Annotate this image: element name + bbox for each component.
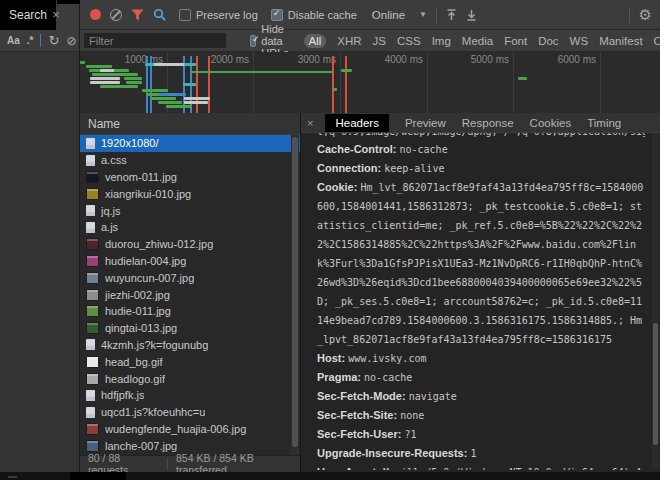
details-tabbar: × HeadersPreviewResponseCookiesTiming — [301, 113, 660, 133]
name-column-header[interactable]: Name — [80, 113, 300, 135]
hide-data-urls-checkbox[interactable] — [250, 35, 256, 47]
bottom-strip — [0, 472, 660, 480]
details-scrollbar[interactable] — [652, 133, 659, 470]
request-row[interactable]: 4kzmh.js?k=fogunubg — [80, 337, 300, 354]
toolbar-divider — [40, 34, 41, 47]
filter-pill-ws[interactable]: WS — [570, 34, 589, 48]
tab-preview[interactable]: Preview — [405, 117, 446, 129]
image-thumbnail-icon — [86, 272, 99, 284]
filter-pill-css[interactable]: CSS — [397, 34, 421, 48]
image-thumbnail-icon — [86, 305, 99, 317]
request-row[interactable]: hudie-011.jpg — [80, 303, 300, 320]
taskbar-item — [70, 472, 126, 480]
filter-pill-media[interactable]: Media — [462, 34, 493, 48]
toolbar-divider — [629, 7, 630, 23]
tab-headers[interactable]: Headers — [325, 114, 388, 132]
overview-tick-label: 6000 ms — [542, 54, 596, 65]
request-row[interactable]: hudielan-004.jpg — [80, 253, 300, 270]
clear-requests-icon[interactable] — [110, 9, 122, 21]
request-row[interactable]: hdfjpfk.js — [80, 387, 300, 404]
header-value: keep-alive — [384, 163, 444, 174]
request-row[interactable]: xiangrikui-010.jpg — [80, 185, 300, 202]
request-row[interactable]: wudengfende_huajia-006.jpg — [80, 421, 300, 438]
request-name: uqcd1.js?kfoeuhhc=u — [101, 406, 205, 418]
filter-pill-other[interactable]: Other — [654, 34, 660, 48]
record-button[interactable] — [90, 9, 101, 20]
network-status-bar: 80 / 88 requests 854 KB / 854 KB transfe… — [80, 455, 300, 472]
request-row[interactable]: headlogo.gif — [80, 370, 300, 387]
network-toolbar: Preserve log Disable cache Online ▼ ⚙ — [80, 0, 660, 30]
filter-pill-js[interactable]: JS — [373, 34, 386, 48]
throttling-value: Online — [372, 9, 405, 21]
preserve-log-checkbox[interactable] — [179, 9, 191, 21]
clear-search-icon[interactable]: ⊘ — [66, 34, 76, 48]
request-name: headlogo.gif — [105, 373, 165, 385]
filter-pill-doc[interactable]: Doc — [538, 34, 558, 48]
filter-pill-xhr[interactable]: XHR — [337, 34, 361, 48]
requests-scrollbar[interactable] — [291, 135, 299, 455]
refresh-icon[interactable]: ↻ — [48, 34, 59, 47]
header-name: Sec-Fetch-Mode: — [317, 390, 409, 402]
request-name: jiezhi-002.jpg — [105, 289, 170, 301]
overview-gridline — [513, 52, 514, 113]
search-drawer: Search × Aa .* ↻ ⊘ — [0, 0, 80, 472]
header-line: Cache-Control: no-cache — [317, 139, 645, 158]
tab-timing[interactable]: Timing — [587, 117, 621, 129]
document-icon — [86, 339, 95, 350]
request-row[interactable]: head_bg.gif — [80, 353, 300, 370]
header-line: Host: www.ivsky.com — [317, 348, 645, 367]
image-thumbnail-icon — [86, 373, 99, 385]
request-row[interactable]: a.css — [80, 152, 300, 169]
overview[interactable]: 1000 ms2000 ms3000 ms4000 ms5000 ms6000 … — [80, 52, 660, 114]
request-row[interactable]: duorou_zhiwu-012.jpg — [80, 236, 300, 253]
export-har-icon[interactable] — [466, 9, 477, 21]
gear-icon[interactable]: ⚙ — [639, 7, 652, 22]
regex-button[interactable]: .* — [27, 35, 34, 46]
request-row[interactable]: wuyuncun-007.jpg — [80, 269, 300, 286]
preserve-log-toggle[interactable]: Preserve log — [179, 9, 258, 21]
disable-cache-checkbox[interactable] — [271, 9, 283, 21]
image-thumbnail-icon — [86, 322, 99, 334]
header-name: Sec-Fetch-User: — [317, 428, 404, 440]
close-details-icon[interactable]: × — [307, 117, 313, 129]
overview-request-bar — [518, 77, 527, 80]
request-row[interactable]: 1920x1080/ — [80, 135, 300, 152]
search-icon[interactable] — [153, 8, 166, 21]
overview-tick-label: 4000 ms — [369, 54, 423, 65]
import-har-icon[interactable] — [446, 9, 457, 21]
tab-response[interactable]: Response — [462, 117, 514, 129]
request-row[interactable]: qingtai-013.jpg — [80, 320, 300, 337]
filter-pill-all[interactable]: All — [304, 34, 327, 48]
filter-icon[interactable] — [131, 9, 144, 21]
header-value: no-cache — [364, 372, 412, 383]
document-icon — [86, 205, 95, 216]
request-name: wudengfende_huajia-006.jpg — [105, 423, 246, 435]
document-icon — [86, 390, 95, 401]
filter-pill-img[interactable]: Img — [432, 34, 451, 48]
request-row[interactable]: venom-011.jpg — [80, 169, 300, 186]
scrollbar-thumb[interactable] — [653, 323, 658, 445]
disable-cache-toggle[interactable]: Disable cache — [271, 9, 357, 21]
request-row[interactable]: jq.js — [80, 202, 300, 219]
scrollbar-thumb[interactable] — [292, 137, 298, 447]
throttling-dropdown[interactable]: Online ▼ — [372, 9, 427, 21]
filter-pill-manifest[interactable]: Manifest — [599, 34, 642, 48]
header-name: Cookie: — [317, 181, 360, 193]
overview-request-bar — [92, 73, 138, 76]
filter-input[interactable] — [84, 33, 226, 48]
close-icon[interactable]: × — [48, 7, 64, 23]
tab-cookies[interactable]: Cookies — [530, 117, 572, 129]
request-row[interactable]: a.js — [80, 219, 300, 236]
match-case-button[interactable]: Aa — [7, 35, 20, 46]
overview-request-bar — [158, 93, 186, 96]
preserve-log-label: Preserve log — [196, 9, 258, 21]
request-row[interactable]: uqcd1.js?kfoeuhhc=u — [80, 404, 300, 421]
header-line: Upgrade-Insecure-Requests: 1 — [317, 443, 645, 462]
header-line: Connection: keep-alive — [317, 158, 645, 177]
filter-pill-font[interactable]: Font — [504, 34, 527, 48]
overview-request-bar — [150, 97, 176, 100]
request-row[interactable]: jiezhi-002.jpg — [80, 286, 300, 303]
header-line: Cookie: Hm_lvt_862071acf8e9faf43a13fd4ea… — [317, 177, 645, 348]
header-name: Pragma: — [317, 371, 364, 383]
toolbar-divider — [436, 7, 437, 23]
